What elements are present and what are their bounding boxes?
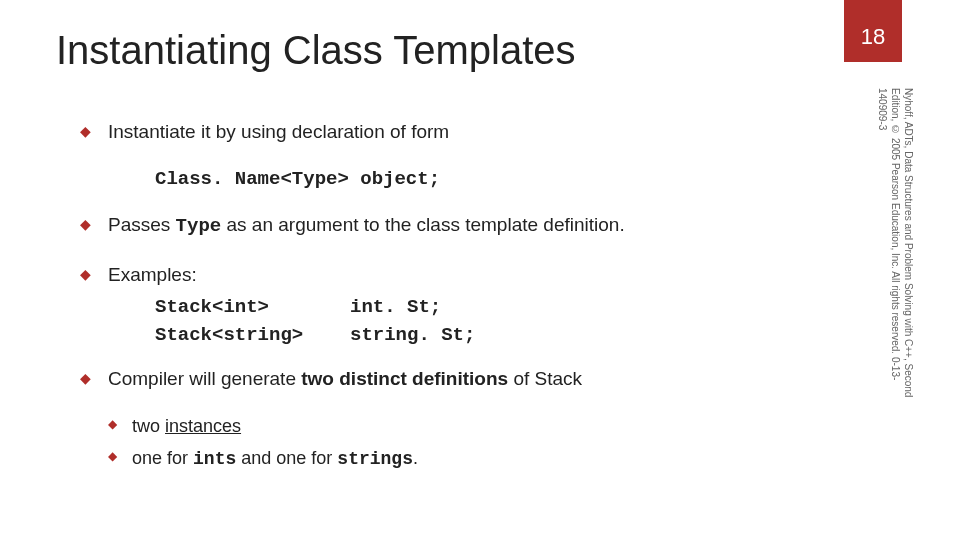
code-type: Type	[176, 215, 222, 237]
text-pre: one for	[132, 448, 193, 468]
subbullet-instances: two instances	[80, 413, 840, 439]
example-rhs: int. St;	[350, 294, 441, 322]
example-rhs: string. St;	[350, 322, 475, 350]
text-pre: two	[132, 416, 165, 436]
page-number-badge: 18	[844, 0, 902, 62]
bullet-compiler: Compiler will generate two distinct defi…	[80, 365, 840, 393]
copyright-text: Nyhoff, ADTs, Data Structures and Proble…	[876, 88, 915, 408]
subbullet-one-for: one for ints and one for strings.	[80, 445, 840, 472]
text-post: .	[413, 448, 418, 468]
code-strings: strings	[337, 449, 413, 469]
text-bold: two distinct definitions	[301, 368, 508, 389]
example-row-1: Stack<int> int. St;	[155, 294, 840, 322]
slide-content: Instantiate it by using declaration of f…	[80, 118, 840, 476]
bullet-instantiate: Instantiate it by using declaration of f…	[80, 118, 840, 146]
slide-title: Instantiating Class Templates	[56, 28, 576, 73]
bullet-text: Examples:	[108, 264, 197, 285]
bullet-examples: Examples:	[80, 261, 840, 289]
slide: 18 Instantiating Class Templates Nyhoff,…	[0, 0, 960, 540]
bullet-text-pre: Passes	[108, 214, 176, 235]
text-underline: instances	[165, 416, 241, 436]
bullet-text-post: as an argument to the class template def…	[221, 214, 624, 235]
bullet-text: Instantiate it by using declaration of f…	[108, 121, 449, 142]
example-row-2: Stack<string> string. St;	[155, 322, 840, 350]
example-block: Stack<int> int. St; Stack<string> string…	[80, 294, 840, 349]
bullet-passes-type: Passes Type as an argument to the class …	[80, 211, 840, 241]
example-lhs: Stack<string>	[155, 322, 350, 350]
page-number: 18	[861, 24, 885, 50]
code-ints: ints	[193, 449, 236, 469]
text-pre: Compiler will generate	[108, 368, 301, 389]
code-declaration: Class. Name<Type> object;	[80, 166, 840, 194]
text-mid: and one for	[236, 448, 337, 468]
text-post: of Stack	[508, 368, 582, 389]
example-lhs: Stack<int>	[155, 294, 350, 322]
